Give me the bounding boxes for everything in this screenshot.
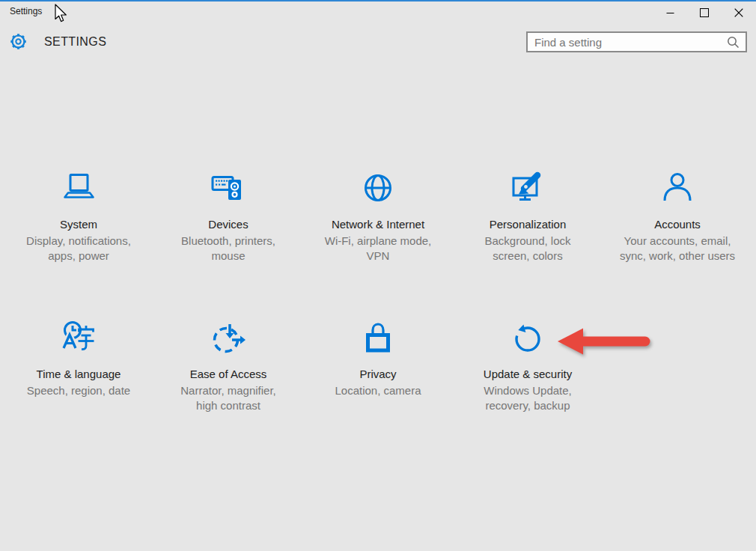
settings-window: Settings (0, 0, 756, 551)
tile-description: Location, camera (335, 383, 421, 398)
search-box[interactable] (526, 31, 747, 52)
refresh-icon (510, 320, 546, 356)
tile-accounts[interactable]: Accounts Your accounts, email, sync, wor… (603, 161, 752, 311)
lock-icon (360, 320, 396, 356)
tile-description: Speech, region, date (27, 383, 130, 398)
tile-title: Devices (208, 218, 248, 231)
tile-title: Time & language (37, 368, 121, 380)
settings-gear-icon (8, 31, 28, 52)
person-icon (659, 170, 695, 206)
tile-description: Narrator, magnifier, high contrast (180, 383, 276, 413)
tile-title: Personalization (490, 218, 567, 231)
tile-title: Update & security (484, 368, 572, 380)
annotation-arrow (549, 323, 657, 360)
laptop-icon (61, 170, 97, 206)
tile-system[interactable]: System Display, notifications, apps, pow… (4, 161, 153, 311)
tile-title: Privacy (359, 368, 396, 380)
tile-devices[interactable]: Devices Bluetooth, printers, mouse (153, 161, 303, 311)
minimize-button[interactable] (653, 1, 687, 24)
keyboard-speaker-icon (210, 170, 246, 206)
tile-description: Background, lock screen, colors (484, 234, 570, 264)
tile-title: Ease of Access (190, 368, 267, 380)
tile-network[interactable]: Network & Internet Wi-Fi, airplane mode,… (303, 161, 453, 311)
search-input[interactable] (528, 36, 727, 49)
tile-description: Display, notifications, apps, power (26, 234, 131, 264)
search-icon[interactable] (727, 36, 746, 49)
title-bar[interactable]: Settings (0, 1, 756, 24)
maximize-icon (700, 8, 709, 17)
minimize-icon (666, 9, 674, 17)
window-controls (653, 1, 756, 24)
monitor-pen-icon (510, 170, 546, 206)
settings-tile-grid: System Display, notifications, apps, pow… (4, 161, 752, 460)
maximize-button[interactable] (687, 1, 722, 24)
tile-description: Your accounts, email, sync, work, other … (620, 234, 735, 264)
tile-description: Windows Update, recovery, backup (484, 383, 572, 413)
tile-title: Accounts (654, 218, 701, 231)
close-button[interactable] (722, 1, 756, 24)
dashed-clock-arrows-icon (210, 320, 246, 356)
tile-description: Wi-Fi, airplane mode, VPN (325, 234, 432, 264)
mouse-cursor (55, 4, 67, 23)
tile-time-language[interactable]: Time & language Speech, region, date (4, 311, 153, 460)
page-title: SETTINGS (44, 35, 106, 49)
tile-description: Bluetooth, printers, mouse (181, 234, 275, 264)
tile-ease-of-access[interactable]: Ease of Access Narrator, magnifier, high… (153, 311, 303, 460)
globe-icon (360, 170, 396, 206)
clock-language-icon (61, 320, 97, 356)
tile-title: Network & Internet (332, 218, 424, 231)
window-title: Settings (10, 6, 42, 16)
tile-privacy[interactable]: Privacy Location, camera (303, 311, 453, 460)
tile-personalization[interactable]: Personalization Background, lock screen,… (453, 161, 603, 311)
close-icon (734, 8, 743, 17)
tile-title: System (60, 218, 97, 231)
